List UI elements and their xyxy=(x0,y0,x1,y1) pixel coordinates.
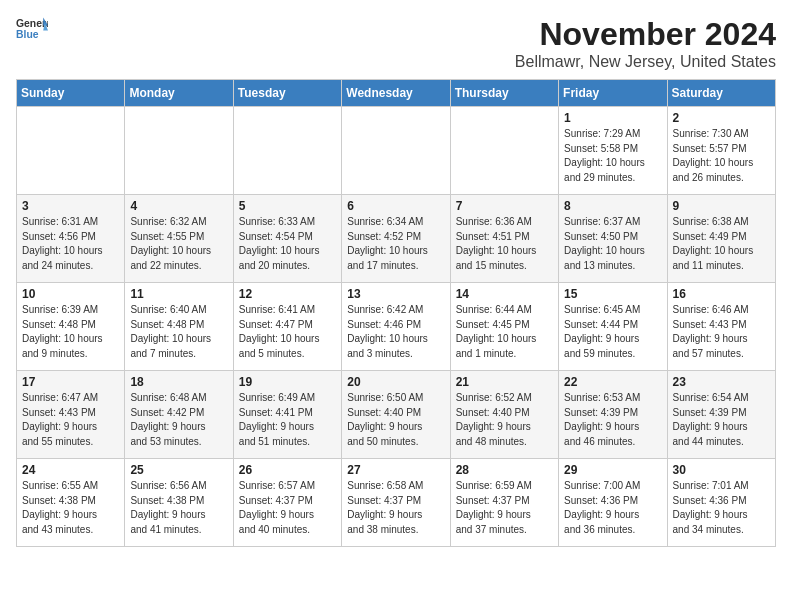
day-number: 5 xyxy=(239,199,336,213)
calendar-cell: 29Sunrise: 7:00 AM Sunset: 4:36 PM Dayli… xyxy=(559,459,667,547)
day-number: 22 xyxy=(564,375,661,389)
day-number: 29 xyxy=(564,463,661,477)
day-number: 26 xyxy=(239,463,336,477)
calendar-cell: 9Sunrise: 6:38 AM Sunset: 4:49 PM Daylig… xyxy=(667,195,775,283)
title-area: November 2024 Bellmawr, New Jersey, Unit… xyxy=(515,16,776,71)
logo: General Blue xyxy=(16,16,48,44)
calendar-cell xyxy=(450,107,558,195)
calendar-cell: 3Sunrise: 6:31 AM Sunset: 4:56 PM Daylig… xyxy=(17,195,125,283)
day-info: Sunrise: 7:00 AM Sunset: 4:36 PM Dayligh… xyxy=(564,479,661,537)
calendar-cell: 4Sunrise: 6:32 AM Sunset: 4:55 PM Daylig… xyxy=(125,195,233,283)
day-info: Sunrise: 6:40 AM Sunset: 4:48 PM Dayligh… xyxy=(130,303,227,361)
day-info: Sunrise: 6:57 AM Sunset: 4:37 PM Dayligh… xyxy=(239,479,336,537)
calendar-cell: 24Sunrise: 6:55 AM Sunset: 4:38 PM Dayli… xyxy=(17,459,125,547)
calendar-cell: 22Sunrise: 6:53 AM Sunset: 4:39 PM Dayli… xyxy=(559,371,667,459)
day-number: 3 xyxy=(22,199,119,213)
day-number: 24 xyxy=(22,463,119,477)
calendar-cell xyxy=(342,107,450,195)
calendar-week-1: 1Sunrise: 7:29 AM Sunset: 5:58 PM Daylig… xyxy=(17,107,776,195)
calendar-cell: 13Sunrise: 6:42 AM Sunset: 4:46 PM Dayli… xyxy=(342,283,450,371)
day-info: Sunrise: 6:58 AM Sunset: 4:37 PM Dayligh… xyxy=(347,479,444,537)
day-number: 2 xyxy=(673,111,770,125)
day-info: Sunrise: 6:55 AM Sunset: 4:38 PM Dayligh… xyxy=(22,479,119,537)
logo-icon: General Blue xyxy=(16,16,48,44)
calendar-cell: 7Sunrise: 6:36 AM Sunset: 4:51 PM Daylig… xyxy=(450,195,558,283)
weekday-header-row: SundayMondayTuesdayWednesdayThursdayFrid… xyxy=(17,80,776,107)
weekday-header-sunday: Sunday xyxy=(17,80,125,107)
calendar-cell: 17Sunrise: 6:47 AM Sunset: 4:43 PM Dayli… xyxy=(17,371,125,459)
calendar-cell: 1Sunrise: 7:29 AM Sunset: 5:58 PM Daylig… xyxy=(559,107,667,195)
weekday-header-thursday: Thursday xyxy=(450,80,558,107)
day-info: Sunrise: 6:59 AM Sunset: 4:37 PM Dayligh… xyxy=(456,479,553,537)
weekday-header-monday: Monday xyxy=(125,80,233,107)
day-info: Sunrise: 7:01 AM Sunset: 4:36 PM Dayligh… xyxy=(673,479,770,537)
calendar-cell: 2Sunrise: 7:30 AM Sunset: 5:57 PM Daylig… xyxy=(667,107,775,195)
day-number: 12 xyxy=(239,287,336,301)
day-info: Sunrise: 6:49 AM Sunset: 4:41 PM Dayligh… xyxy=(239,391,336,449)
day-number: 28 xyxy=(456,463,553,477)
day-info: Sunrise: 6:56 AM Sunset: 4:38 PM Dayligh… xyxy=(130,479,227,537)
day-info: Sunrise: 6:46 AM Sunset: 4:43 PM Dayligh… xyxy=(673,303,770,361)
day-number: 15 xyxy=(564,287,661,301)
day-info: Sunrise: 6:34 AM Sunset: 4:52 PM Dayligh… xyxy=(347,215,444,273)
day-number: 7 xyxy=(456,199,553,213)
day-info: Sunrise: 7:29 AM Sunset: 5:58 PM Dayligh… xyxy=(564,127,661,185)
calendar-cell: 6Sunrise: 6:34 AM Sunset: 4:52 PM Daylig… xyxy=(342,195,450,283)
weekday-header-saturday: Saturday xyxy=(667,80,775,107)
day-number: 4 xyxy=(130,199,227,213)
calendar-cell: 16Sunrise: 6:46 AM Sunset: 4:43 PM Dayli… xyxy=(667,283,775,371)
calendar-cell: 20Sunrise: 6:50 AM Sunset: 4:40 PM Dayli… xyxy=(342,371,450,459)
day-info: Sunrise: 6:31 AM Sunset: 4:56 PM Dayligh… xyxy=(22,215,119,273)
header: General Blue November 2024 Bellmawr, New… xyxy=(16,16,776,71)
month-title: November 2024 xyxy=(515,16,776,53)
calendar-week-4: 17Sunrise: 6:47 AM Sunset: 4:43 PM Dayli… xyxy=(17,371,776,459)
calendar-cell: 19Sunrise: 6:49 AM Sunset: 4:41 PM Dayli… xyxy=(233,371,341,459)
day-info: Sunrise: 6:32 AM Sunset: 4:55 PM Dayligh… xyxy=(130,215,227,273)
weekday-header-friday: Friday xyxy=(559,80,667,107)
day-info: Sunrise: 6:53 AM Sunset: 4:39 PM Dayligh… xyxy=(564,391,661,449)
day-number: 11 xyxy=(130,287,227,301)
day-info: Sunrise: 6:50 AM Sunset: 4:40 PM Dayligh… xyxy=(347,391,444,449)
calendar-cell: 11Sunrise: 6:40 AM Sunset: 4:48 PM Dayli… xyxy=(125,283,233,371)
day-number: 20 xyxy=(347,375,444,389)
calendar-week-5: 24Sunrise: 6:55 AM Sunset: 4:38 PM Dayli… xyxy=(17,459,776,547)
calendar-cell: 15Sunrise: 6:45 AM Sunset: 4:44 PM Dayli… xyxy=(559,283,667,371)
day-info: Sunrise: 6:39 AM Sunset: 4:48 PM Dayligh… xyxy=(22,303,119,361)
day-number: 21 xyxy=(456,375,553,389)
day-number: 23 xyxy=(673,375,770,389)
calendar-cell: 8Sunrise: 6:37 AM Sunset: 4:50 PM Daylig… xyxy=(559,195,667,283)
weekday-header-wednesday: Wednesday xyxy=(342,80,450,107)
calendar-cell: 25Sunrise: 6:56 AM Sunset: 4:38 PM Dayli… xyxy=(125,459,233,547)
day-info: Sunrise: 6:36 AM Sunset: 4:51 PM Dayligh… xyxy=(456,215,553,273)
day-number: 18 xyxy=(130,375,227,389)
calendar-cell: 26Sunrise: 6:57 AM Sunset: 4:37 PM Dayli… xyxy=(233,459,341,547)
day-number: 19 xyxy=(239,375,336,389)
calendar-cell xyxy=(125,107,233,195)
calendar-week-3: 10Sunrise: 6:39 AM Sunset: 4:48 PM Dayli… xyxy=(17,283,776,371)
day-number: 1 xyxy=(564,111,661,125)
calendar-cell: 18Sunrise: 6:48 AM Sunset: 4:42 PM Dayli… xyxy=(125,371,233,459)
calendar-cell: 14Sunrise: 6:44 AM Sunset: 4:45 PM Dayli… xyxy=(450,283,558,371)
day-number: 27 xyxy=(347,463,444,477)
calendar-cell: 27Sunrise: 6:58 AM Sunset: 4:37 PM Dayli… xyxy=(342,459,450,547)
day-number: 8 xyxy=(564,199,661,213)
day-number: 17 xyxy=(22,375,119,389)
calendar-cell: 10Sunrise: 6:39 AM Sunset: 4:48 PM Dayli… xyxy=(17,283,125,371)
day-info: Sunrise: 7:30 AM Sunset: 5:57 PM Dayligh… xyxy=(673,127,770,185)
calendar-cell xyxy=(17,107,125,195)
weekday-header-tuesday: Tuesday xyxy=(233,80,341,107)
svg-text:Blue: Blue xyxy=(16,29,39,40)
calendar-cell: 12Sunrise: 6:41 AM Sunset: 4:47 PM Dayli… xyxy=(233,283,341,371)
day-info: Sunrise: 6:48 AM Sunset: 4:42 PM Dayligh… xyxy=(130,391,227,449)
day-info: Sunrise: 6:47 AM Sunset: 4:43 PM Dayligh… xyxy=(22,391,119,449)
day-number: 14 xyxy=(456,287,553,301)
calendar-cell: 21Sunrise: 6:52 AM Sunset: 4:40 PM Dayli… xyxy=(450,371,558,459)
calendar-cell: 23Sunrise: 6:54 AM Sunset: 4:39 PM Dayli… xyxy=(667,371,775,459)
day-info: Sunrise: 6:52 AM Sunset: 4:40 PM Dayligh… xyxy=(456,391,553,449)
location-title: Bellmawr, New Jersey, United States xyxy=(515,53,776,71)
day-info: Sunrise: 6:44 AM Sunset: 4:45 PM Dayligh… xyxy=(456,303,553,361)
day-number: 16 xyxy=(673,287,770,301)
day-number: 10 xyxy=(22,287,119,301)
calendar-table: SundayMondayTuesdayWednesdayThursdayFrid… xyxy=(16,79,776,547)
calendar-body: 1Sunrise: 7:29 AM Sunset: 5:58 PM Daylig… xyxy=(17,107,776,547)
